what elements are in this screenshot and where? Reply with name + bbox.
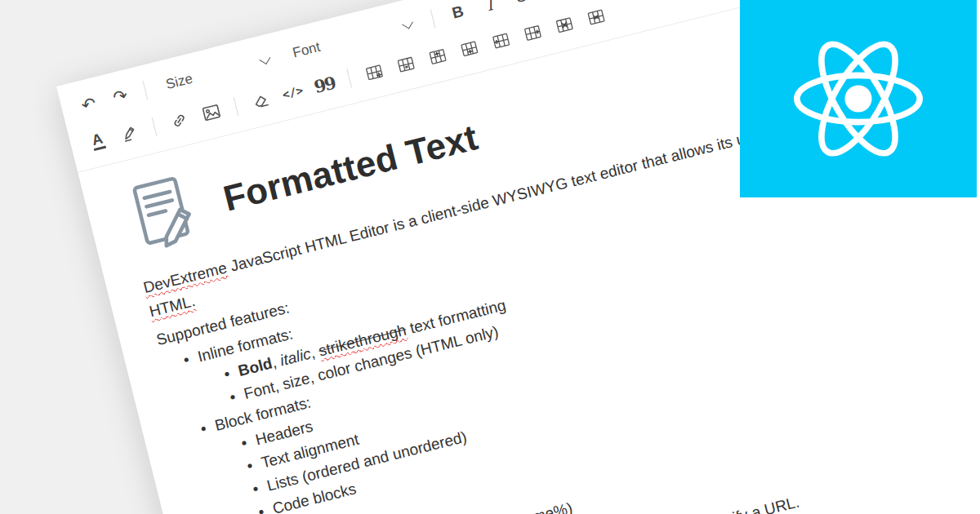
size-select-label: Size [164,71,194,93]
spellcheck-word: DevExtreme [141,259,229,296]
chevron-down-icon [260,53,271,64]
toolbar-separator [346,69,352,88]
background-color-icon[interactable] [114,117,145,149]
react-brand-card [740,0,977,197]
delete-row-icon[interactable] [581,0,611,33]
cell-properties-icon[interactable] [390,47,421,80]
chevron-down-icon [402,18,413,29]
insert-column-left-icon[interactable] [486,24,516,56]
strikethrough-button[interactable]: S [506,0,537,13]
formatted-text-icon [123,168,210,258]
delete-table-icon[interactable] [549,8,579,41]
image-icon[interactable] [196,96,226,129]
bold-button[interactable]: B [443,0,473,29]
toolbar-separator [234,97,239,117]
redo-icon[interactable]: ↷ [105,80,136,113]
font-color-icon[interactable]: A [82,125,113,157]
toolbar-separator [430,9,436,29]
code-block-icon[interactable]: </> [278,76,308,109]
react-logo-icon [788,29,929,169]
link-icon[interactable] [164,104,194,137]
insert-row-below-icon[interactable] [454,32,484,64]
underline-button[interactable]: U [537,0,568,5]
insert-column-right-icon[interactable] [518,16,548,49]
undo-icon[interactable]: ↶ [74,88,104,121]
insert-row-above-icon[interactable] [422,40,452,73]
insert-table-icon[interactable] [359,55,390,88]
eraser-icon[interactable] [246,84,276,117]
italic-button[interactable]: I [474,0,505,21]
toolbar-separator [152,117,158,137]
blockquote-icon[interactable]: 99 [309,68,339,100]
font-select-label: Font [291,39,322,62]
toolbar-separator [143,81,149,100]
intro-line2: HTML. [148,292,197,320]
